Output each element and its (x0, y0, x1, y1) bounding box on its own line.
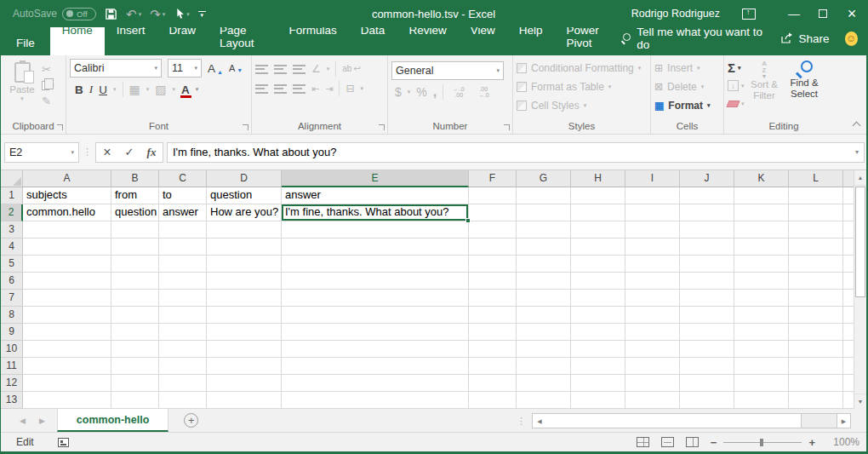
cell-A3[interactable] (23, 221, 111, 238)
share-button[interactable]: Share (780, 32, 829, 45)
cell-J7[interactable] (680, 290, 734, 307)
cell-K9[interactable] (734, 324, 789, 341)
font-dialog-launcher[interactable] (243, 124, 248, 130)
formula-input[interactable]: I'm fine, thanks. What about you? ▾ (167, 142, 865, 163)
cell-D9[interactable] (207, 324, 282, 341)
cell-J8[interactable] (680, 307, 734, 324)
cell-H6[interactable] (571, 273, 625, 290)
cell-I8[interactable] (625, 307, 680, 324)
cell-I4[interactable] (625, 238, 680, 256)
column-header-c[interactable]: C (159, 170, 207, 187)
cell-B11[interactable] (111, 358, 159, 375)
cell-L12[interactable] (789, 375, 843, 392)
cell-I1[interactable] (625, 187, 680, 204)
cell-K6[interactable] (734, 273, 789, 290)
cell-H8[interactable] (571, 307, 625, 324)
cell-I6[interactable] (625, 273, 680, 290)
cell-A12[interactable] (23, 375, 111, 392)
horizontal-scroll-track[interactable] (802, 414, 837, 428)
cell-A5[interactable] (23, 256, 111, 273)
row-header-9[interactable]: 9 (1, 324, 23, 341)
cell-F13[interactable] (469, 392, 517, 409)
cell-J4[interactable] (680, 238, 734, 256)
cell-D5[interactable] (207, 256, 282, 273)
cell-A11[interactable] (23, 358, 111, 375)
cell-C11[interactable] (159, 358, 207, 375)
format-as-table-button[interactable]: Format as Table▾ (517, 78, 647, 95)
cell-L7[interactable] (789, 290, 843, 307)
cell-D1[interactable]: question (207, 187, 282, 204)
cell-G1[interactable] (517, 187, 571, 204)
scroll-left-button[interactable]: ◀ (533, 414, 546, 428)
cell-G13[interactable] (517, 392, 571, 409)
cell-D6[interactable] (207, 273, 282, 290)
cell-B2[interactable]: question (111, 204, 159, 221)
cell-F9[interactable] (469, 324, 517, 341)
number-dialog-launcher[interactable] (504, 124, 510, 130)
redo-button[interactable]: ↷▾ (150, 8, 165, 20)
column-header-i[interactable]: I (625, 170, 680, 187)
cell-J5[interactable] (680, 256, 734, 273)
cell-J13[interactable] (680, 392, 734, 409)
vertical-scroll-thumb[interactable] (855, 187, 865, 297)
cell-A9[interactable] (23, 324, 111, 341)
vertical-scrollbar[interactable]: ▲ ▼ (854, 170, 866, 409)
bold-button[interactable]: B (75, 83, 83, 96)
cell-F2[interactable] (469, 204, 517, 221)
cell-F3[interactable] (469, 221, 517, 238)
cell-C8[interactable] (159, 307, 207, 324)
zoom-out-button[interactable]: − (711, 436, 717, 449)
align-bottom-button[interactable] (293, 65, 306, 74)
sheet-tab-common-hello[interactable]: common-hello (57, 409, 168, 432)
cell-K2[interactable] (734, 204, 789, 221)
cell-E7[interactable] (282, 290, 469, 307)
row-header-3[interactable]: 3 (1, 221, 23, 238)
cell-C3[interactable] (159, 221, 207, 238)
cell-I3[interactable] (625, 221, 680, 238)
decrease-indent-button[interactable]: ⇤ (311, 83, 319, 95)
row-header-6[interactable]: 6 (1, 273, 23, 290)
horizontal-scroll-thumb[interactable] (546, 414, 802, 428)
cell-A1[interactable]: subjects (23, 187, 111, 204)
row-header-4[interactable]: 4 (1, 238, 23, 256)
cell-H12[interactable] (571, 375, 625, 392)
cell-D4[interactable] (207, 238, 282, 256)
column-header-f[interactable]: F (469, 170, 517, 187)
normal-view-button[interactable] (637, 437, 649, 447)
column-header-l[interactable]: L (789, 170, 843, 187)
row-header-1[interactable]: 1 (1, 187, 23, 204)
cell-G11[interactable] (517, 358, 571, 375)
cell-B3[interactable] (111, 221, 159, 238)
merge-center-button[interactable]: ⊟ (345, 83, 354, 95)
collapse-ribbon-button[interactable] (853, 122, 861, 130)
cell-C7[interactable] (159, 290, 207, 307)
customize-toolbar-button[interactable]: ▾ (198, 11, 206, 17)
cell-I13[interactable] (625, 392, 680, 409)
formula-bar-expand-icon[interactable]: ▾ (855, 148, 859, 156)
cell-C1[interactable]: to (159, 187, 207, 204)
maximize-button[interactable] (808, 0, 837, 27)
cell-B8[interactable] (111, 307, 159, 324)
cell-J2[interactable] (680, 204, 734, 221)
cell-L5[interactable] (789, 256, 843, 273)
cell-K1[interactable] (734, 187, 789, 204)
font-color-button[interactable]: A (181, 83, 190, 96)
previous-sheet-button[interactable]: ◀ (20, 417, 26, 425)
touch-mouse-mode-button[interactable]: ▾ (174, 8, 190, 20)
cell-H2[interactable] (571, 204, 625, 221)
cell-G8[interactable] (517, 307, 571, 324)
decrease-decimal-button[interactable]: .00 →.0 (474, 86, 493, 98)
cell-H11[interactable] (571, 358, 625, 375)
cell-L4[interactable] (789, 238, 843, 256)
cell-I11[interactable] (625, 358, 680, 375)
cell-I12[interactable] (625, 375, 680, 392)
cell-L6[interactable] (789, 273, 843, 290)
cell-K8[interactable] (734, 307, 789, 324)
page-layout-view-button[interactable] (661, 437, 674, 447)
fill-button[interactable]: ↓▾ (728, 78, 745, 93)
cell-K5[interactable] (734, 256, 789, 273)
paste-button[interactable]: Paste ▾ (4, 59, 40, 118)
cell-L3[interactable] (789, 221, 843, 238)
tell-me-box[interactable]: Tell me what you want to do (621, 26, 765, 51)
cell-B9[interactable] (111, 324, 159, 341)
